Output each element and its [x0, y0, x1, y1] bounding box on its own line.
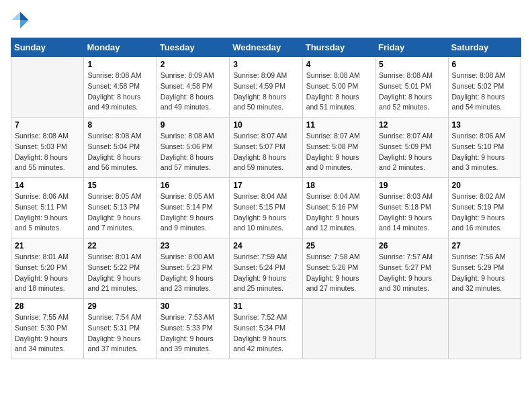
day-cell: 5Sunrise: 8:08 AM Sunset: 5:01 PM Daylig… — [375, 57, 448, 118]
day-cell: 12Sunrise: 8:07 AM Sunset: 5:09 PM Dayli… — [375, 118, 448, 178]
day-cell: 4Sunrise: 8:08 AM Sunset: 5:00 PM Daylig… — [302, 57, 375, 118]
col-header-monday: Monday — [84, 38, 157, 57]
day-number: 26 — [379, 241, 444, 250]
day-cell: 13Sunrise: 8:06 AM Sunset: 5:10 PM Dayli… — [448, 118, 521, 178]
day-cell: 29Sunrise: 7:54 AM Sunset: 5:31 PM Dayli… — [84, 299, 157, 359]
day-cell — [11, 57, 84, 118]
col-header-thursday: Thursday — [302, 38, 375, 57]
day-cell: 3Sunrise: 8:09 AM Sunset: 4:59 PM Daylig… — [230, 57, 302, 118]
day-cell: 16Sunrise: 8:05 AM Sunset: 5:14 PM Dayli… — [157, 178, 229, 238]
day-info: Sunrise: 7:54 AM Sunset: 5:31 PM Dayligh… — [87, 312, 152, 355]
day-cell: 30Sunrise: 7:53 AM Sunset: 5:33 PM Dayli… — [157, 299, 229, 359]
day-info: Sunrise: 8:08 AM Sunset: 5:01 PM Dayligh… — [379, 71, 444, 113]
day-number: 2 — [161, 60, 226, 69]
day-cell: 1Sunrise: 8:08 AM Sunset: 4:58 PM Daylig… — [84, 57, 157, 118]
day-number: 15 — [87, 181, 152, 190]
day-number: 1 — [87, 60, 152, 69]
day-cell: 26Sunrise: 7:57 AM Sunset: 5:27 PM Dayli… — [375, 238, 448, 299]
day-number: 6 — [452, 60, 517, 69]
day-cell: 11Sunrise: 8:07 AM Sunset: 5:08 PM Dayli… — [302, 118, 375, 178]
day-info: Sunrise: 8:07 AM Sunset: 5:07 PM Dayligh… — [233, 131, 298, 173]
day-cell — [448, 299, 521, 359]
day-cell — [302, 299, 375, 359]
day-number: 28 — [15, 302, 80, 311]
day-cell: 18Sunrise: 8:04 AM Sunset: 5:16 PM Dayli… — [302, 178, 375, 238]
day-number: 4 — [306, 60, 371, 69]
day-info: Sunrise: 8:08 AM Sunset: 4:58 PM Dayligh… — [87, 71, 152, 113]
day-info: Sunrise: 7:56 AM Sunset: 5:29 PM Dayligh… — [452, 252, 517, 294]
day-info: Sunrise: 8:09 AM Sunset: 4:58 PM Dayligh… — [161, 71, 226, 113]
day-number: 12 — [379, 120, 444, 130]
col-header-wednesday: Wednesday — [230, 38, 302, 57]
day-cell: 31Sunrise: 7:52 AM Sunset: 5:34 PM Dayli… — [230, 299, 302, 359]
day-info: Sunrise: 7:58 AM Sunset: 5:26 PM Dayligh… — [306, 252, 371, 294]
day-cell — [375, 299, 448, 359]
day-info: Sunrise: 8:03 AM Sunset: 5:18 PM Dayligh… — [379, 191, 444, 234]
day-number: 10 — [233, 120, 298, 130]
day-number: 11 — [306, 120, 371, 130]
day-number: 3 — [233, 60, 298, 69]
day-info: Sunrise: 8:05 AM Sunset: 5:14 PM Dayligh… — [161, 191, 226, 234]
day-number: 21 — [15, 241, 80, 250]
svg-marker-1 — [20, 20, 29, 29]
day-number: 30 — [161, 302, 226, 311]
day-cell: 6Sunrise: 8:08 AM Sunset: 5:02 PM Daylig… — [448, 57, 521, 118]
header-row: SundayMondayTuesdayWednesdayThursdayFrid… — [11, 38, 521, 57]
day-cell: 23Sunrise: 8:00 AM Sunset: 5:23 PM Dayli… — [157, 238, 229, 299]
day-number: 20 — [452, 181, 517, 190]
day-info: Sunrise: 8:06 AM Sunset: 5:10 PM Dayligh… — [452, 131, 517, 173]
day-number: 27 — [452, 241, 517, 250]
page-header — [11, 11, 521, 30]
day-info: Sunrise: 8:07 AM Sunset: 5:08 PM Dayligh… — [306, 131, 371, 173]
day-number: 7 — [15, 120, 80, 130]
col-header-friday: Friday — [375, 38, 448, 57]
svg-marker-0 — [20, 11, 29, 20]
day-number: 23 — [161, 241, 226, 250]
day-info: Sunrise: 8:08 AM Sunset: 5:04 PM Dayligh… — [87, 131, 152, 173]
day-number: 31 — [233, 302, 298, 311]
day-cell: 10Sunrise: 8:07 AM Sunset: 5:07 PM Dayli… — [230, 118, 302, 178]
day-info: Sunrise: 8:04 AM Sunset: 5:16 PM Dayligh… — [306, 191, 371, 234]
day-info: Sunrise: 8:02 AM Sunset: 5:19 PM Dayligh… — [452, 191, 517, 234]
day-cell: 22Sunrise: 8:01 AM Sunset: 5:22 PM Dayli… — [84, 238, 157, 299]
day-info: Sunrise: 8:04 AM Sunset: 5:15 PM Dayligh… — [233, 191, 298, 234]
day-number: 16 — [161, 181, 226, 190]
week-row-2: 7Sunrise: 8:08 AM Sunset: 5:03 PM Daylig… — [11, 118, 521, 178]
day-info: Sunrise: 7:55 AM Sunset: 5:30 PM Dayligh… — [15, 312, 80, 355]
day-number: 24 — [233, 241, 298, 250]
day-info: Sunrise: 8:09 AM Sunset: 4:59 PM Dayligh… — [233, 71, 298, 113]
day-number: 25 — [306, 241, 371, 250]
day-number: 22 — [87, 241, 152, 250]
day-number: 5 — [379, 60, 444, 69]
week-row-5: 28Sunrise: 7:55 AM Sunset: 5:30 PM Dayli… — [11, 299, 521, 359]
day-number: 8 — [87, 120, 152, 130]
day-number: 13 — [452, 120, 517, 130]
calendar-table: SundayMondayTuesdayWednesdayThursdayFrid… — [11, 38, 521, 359]
day-info: Sunrise: 8:01 AM Sunset: 5:22 PM Dayligh… — [87, 252, 152, 294]
week-row-3: 14Sunrise: 8:06 AM Sunset: 5:11 PM Dayli… — [11, 178, 521, 238]
logo — [11, 11, 32, 30]
day-cell: 2Sunrise: 8:09 AM Sunset: 4:58 PM Daylig… — [157, 57, 229, 118]
day-info: Sunrise: 8:08 AM Sunset: 5:02 PM Dayligh… — [452, 71, 517, 113]
logo-icon — [11, 11, 30, 30]
day-cell: 8Sunrise: 8:08 AM Sunset: 5:04 PM Daylig… — [84, 118, 157, 178]
day-cell: 24Sunrise: 7:59 AM Sunset: 5:24 PM Dayli… — [230, 238, 302, 299]
day-cell: 17Sunrise: 8:04 AM Sunset: 5:15 PM Dayli… — [230, 178, 302, 238]
col-header-saturday: Saturday — [448, 38, 521, 57]
day-info: Sunrise: 7:59 AM Sunset: 5:24 PM Dayligh… — [233, 252, 298, 294]
day-info: Sunrise: 8:06 AM Sunset: 5:11 PM Dayligh… — [15, 191, 80, 234]
day-cell: 9Sunrise: 8:08 AM Sunset: 5:06 PM Daylig… — [157, 118, 229, 178]
svg-marker-2 — [11, 11, 20, 20]
col-header-sunday: Sunday — [11, 38, 84, 57]
day-cell: 15Sunrise: 8:05 AM Sunset: 5:13 PM Dayli… — [84, 178, 157, 238]
day-info: Sunrise: 7:53 AM Sunset: 5:33 PM Dayligh… — [161, 312, 226, 355]
day-cell: 19Sunrise: 8:03 AM Sunset: 5:18 PM Dayli… — [375, 178, 448, 238]
day-number: 29 — [87, 302, 152, 311]
day-info: Sunrise: 8:05 AM Sunset: 5:13 PM Dayligh… — [87, 191, 152, 234]
day-info: Sunrise: 8:08 AM Sunset: 5:06 PM Dayligh… — [161, 131, 226, 173]
day-info: Sunrise: 8:01 AM Sunset: 5:20 PM Dayligh… — [15, 252, 80, 294]
day-cell: 25Sunrise: 7:58 AM Sunset: 5:26 PM Dayli… — [302, 238, 375, 299]
week-row-1: 1Sunrise: 8:08 AM Sunset: 4:58 PM Daylig… — [11, 57, 521, 118]
day-info: Sunrise: 8:08 AM Sunset: 5:03 PM Dayligh… — [15, 131, 80, 173]
day-info: Sunrise: 7:52 AM Sunset: 5:34 PM Dayligh… — [233, 312, 298, 355]
